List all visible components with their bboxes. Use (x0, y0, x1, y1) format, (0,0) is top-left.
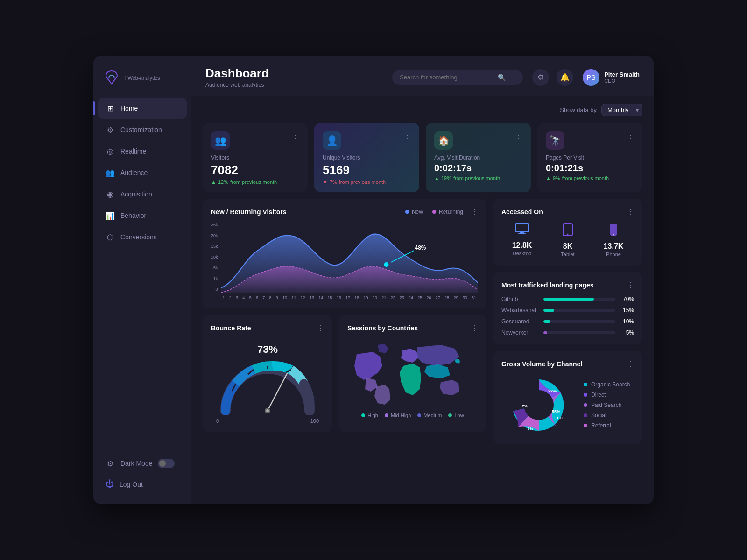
stat-card-visitors: 👥 ⋮ Visitors 7082 ▲ 12% from previous mo… (203, 123, 308, 192)
unique-menu[interactable]: ⋮ (403, 131, 411, 140)
duration-menu[interactable]: ⋮ (515, 131, 522, 140)
sidebar-item-conversions-label: Conversions (120, 233, 157, 241)
pages-icon: 🔭 (546, 131, 564, 150)
svg-text:13%: 13% (557, 416, 564, 420)
sidebar-item-acquisition-label: Acquisition (120, 190, 152, 198)
visitors-menu[interactable]: ⋮ (292, 131, 299, 140)
notifications-button[interactable]: 🔔 (557, 69, 573, 86)
legend-midhigh: Mid High (385, 413, 411, 418)
phone-label: Phone (593, 252, 634, 257)
access-desktop: 12.8K Desktop (501, 223, 543, 257)
unique-value: 5169 (323, 163, 411, 177)
landing-pages-menu[interactable]: ⋮ (627, 280, 634, 289)
sidebar-item-realtime-label: Realtime (120, 147, 146, 155)
sidebar-item-conversions[interactable]: ⬡ Conversions (98, 227, 187, 247)
logo-text: i Web-analytics (125, 75, 160, 81)
sessions-card: Sessions by Countries ⋮ (339, 315, 486, 432)
header-titles: Dashboard Audience web analytics (205, 66, 383, 88)
pages-value: 0:01:21s (546, 163, 634, 174)
list-item: Newyorker 5% (501, 329, 634, 336)
access-tablet: 8K Tablet (547, 223, 588, 257)
dark-mode-toggle[interactable] (158, 459, 175, 468)
sidebar-item-audience[interactable]: 👥 Audience (98, 162, 187, 183)
pie-svg: 55% 22% 7% 13% 3% (501, 375, 576, 435)
stat-card-pages: 🔭 ⋮ Pages Per Visit 0:01:21s ▲ 9% from p… (537, 123, 642, 192)
visitors-arrow: ▲ (211, 179, 216, 185)
header: Dashboard Audience web analytics 🔍 ⚙ 🔔 P… (191, 56, 654, 96)
bounce-rate-menu[interactable]: ⋮ (317, 323, 324, 332)
realtime-icon: ◎ (106, 147, 115, 156)
new-returning-menu[interactable]: ⋮ (471, 207, 478, 216)
svg-point-9 (266, 409, 269, 412)
user-details: Piter Smaith CEO (604, 71, 640, 84)
accessed-on-menu[interactable]: ⋮ (627, 207, 634, 216)
duration-label: Avg. Visit Duration (434, 154, 522, 161)
gross-legend: Organic Search Direct Paid Search (584, 381, 630, 429)
gross-volume-menu[interactable]: ⋮ (627, 359, 634, 368)
new-returning-title: New / Returning Visitors (211, 208, 287, 216)
user-name: Piter Smaith (604, 71, 640, 78)
bottom-row: Bounce Rate ⋮ 73% (203, 315, 486, 432)
legend-direct: Direct (584, 392, 630, 398)
left-col: New / Returning Visitors New (203, 199, 486, 444)
sidebar-item-realtime[interactable]: ◎ Realtime (98, 141, 187, 161)
legend-new: New (405, 209, 423, 215)
period-select-wrapper[interactable]: Monthly Weekly Daily (601, 104, 642, 116)
legend-paid: Paid Search (584, 402, 630, 408)
period-select[interactable]: Monthly Weekly Daily (601, 104, 642, 116)
visitors-icon: 👥 (211, 131, 230, 150)
legend-organic: Organic Search (584, 381, 630, 388)
svg-text:7%: 7% (522, 404, 528, 408)
legend-returning: Returning (432, 209, 463, 215)
home-icon: ⊞ (106, 104, 115, 113)
page-title: Dashboard (205, 66, 383, 81)
logout-icon: ⏻ (106, 479, 114, 489)
svg-point-17 (524, 390, 554, 420)
tablet-icon (547, 223, 588, 239)
logout-button[interactable]: ⏻ Log Out (93, 474, 191, 495)
svg-text:3%: 3% (528, 427, 533, 431)
page-subtitle: Audience web analytics (205, 82, 383, 88)
sidebar-item-home-label: Home (120, 105, 138, 112)
user-info[interactable]: PS Piter Smaith CEO (583, 69, 640, 86)
landing-list: Github 70% Webartesanal 15% Gosquared (501, 296, 634, 336)
svg-rect-12 (518, 233, 526, 234)
gross-volume-title: Gross Volume by Channel (501, 360, 582, 368)
search-input[interactable] (400, 74, 493, 81)
pages-arrow: ▲ (546, 175, 551, 181)
gauge-labels: 0 100 (216, 418, 319, 424)
user-role: CEO (604, 78, 640, 84)
sessions-menu[interactable]: ⋮ (471, 323, 478, 332)
map-legend: High Mid High Medium (347, 413, 478, 418)
visitors-label: Visitors (211, 154, 299, 161)
sidebar: i Web-analytics ⊞ Home ⚙ Customization ◎… (93, 56, 191, 504)
desktop-label: Desktop (501, 251, 543, 256)
duration-icon: 🏠 (434, 131, 453, 150)
search-bar[interactable]: 🔍 (392, 70, 523, 85)
duration-value: 0:02:17s (434, 163, 522, 174)
svg-point-0 (384, 262, 388, 267)
conversions-icon: ⬡ (106, 232, 115, 242)
sidebar-item-behavior[interactable]: 📊 Behavior (98, 205, 187, 226)
svg-text:22%: 22% (548, 389, 557, 393)
accessed-on-title: Accessed On (501, 208, 543, 216)
duration-arrow: ▲ (434, 175, 439, 181)
unique-arrow: ▼ (323, 179, 328, 185)
svg-rect-11 (520, 232, 524, 233)
chart-area: 25k20k15k10k5k1k0 (211, 223, 478, 300)
sidebar-item-customization-label: Customization (120, 126, 162, 133)
gross-content: 55% 22% 7% 13% 3% Organic S (501, 375, 634, 435)
world-map-svg (347, 340, 478, 408)
sidebar-item-customization[interactable]: ⚙ Customization (98, 119, 187, 140)
svg-point-14 (567, 234, 569, 235)
accessed-on-grid: 12.8K Desktop 8K Tablet (501, 223, 634, 257)
sidebar-item-home[interactable]: ⊞ Home (98, 98, 187, 119)
behavior-icon: 📊 (106, 211, 115, 220)
unique-label: Unique Visitors (323, 154, 411, 161)
bounce-rate-card: Bounce Rate ⋮ 73% (203, 315, 332, 432)
svg-text:55%: 55% (552, 409, 560, 414)
access-phone: 13.7K Phone (593, 223, 634, 257)
settings-button[interactable]: ⚙ (532, 69, 549, 86)
pages-menu[interactable]: ⋮ (627, 131, 634, 140)
sidebar-item-acquisition[interactable]: ◉ Acquisition (98, 184, 187, 204)
